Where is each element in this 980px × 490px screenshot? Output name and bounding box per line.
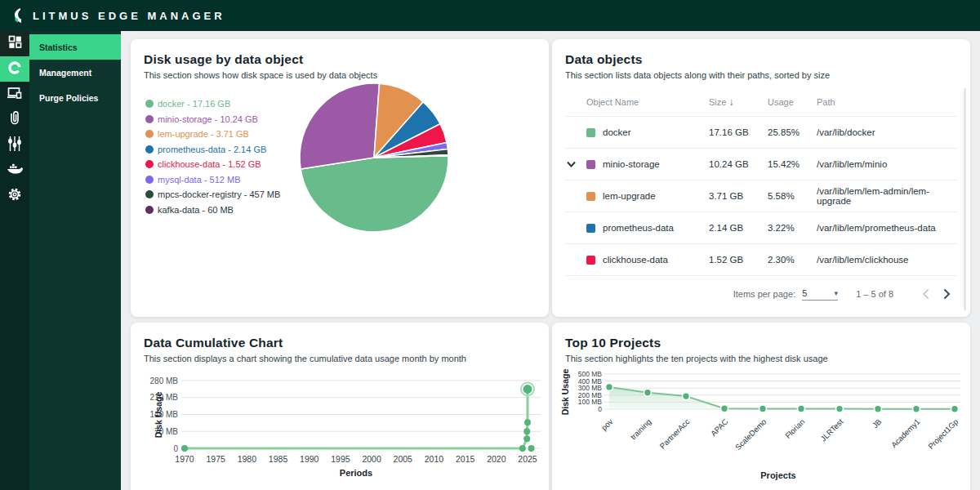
legend-item[interactable]: prometheus-data - 2.14 GB (145, 142, 280, 158)
legend-label: mysql-data - 512 MB (158, 175, 240, 185)
table-row[interactable]: docker17.16 GB25.85%/var/lib/docker (565, 116, 957, 148)
x-tick-label: 2025 (518, 454, 537, 464)
legend-item[interactable]: mysql-data - 512 MB (145, 172, 280, 188)
column-object-name[interactable]: Object Name (586, 97, 709, 107)
sidebar-menu: Statistics Management Purge Policies (29, 31, 121, 490)
table-scrollbar[interactable] (964, 88, 966, 310)
column-size[interactable]: Size↓ (709, 96, 768, 108)
next-page-button[interactable] (936, 283, 957, 305)
rail-item-controls[interactable] (0, 132, 29, 158)
series-line[interactable] (609, 387, 955, 409)
data-point[interactable] (528, 445, 535, 452)
paperclip-icon (9, 110, 20, 129)
x-category-label: ScaleDemo (733, 417, 768, 452)
x-category-label: JLRTest (818, 416, 844, 443)
cell-path: /var/lib/docker (817, 127, 957, 137)
x-tick-label: 1995 (331, 454, 350, 464)
table-row[interactable]: clickhouse-data1.52 GB2.30%/var/lib/lem/… (565, 243, 957, 275)
object-color-swatch (586, 192, 595, 201)
sort-desc-icon: ↓ (728, 96, 733, 108)
card-disk-usage: Disk usage by data object This section s… (131, 39, 549, 317)
x-tick-label: 1985 (269, 454, 288, 464)
x-tick-label: 2000 (362, 454, 381, 464)
data-point[interactable] (721, 405, 728, 412)
rail-item-attachments[interactable] (0, 107, 29, 132)
data-point[interactable] (798, 405, 805, 412)
table-row[interactable]: lem-upgrade3.71 GB5.58%/var/lib/lem/lem-… (565, 180, 957, 212)
series-area (609, 387, 955, 409)
column-path[interactable]: Path (817, 97, 957, 107)
data-objects-subtitle: This section lists data objects along wi… (565, 70, 957, 80)
legend-item[interactable]: minio-storage - 10.24 GB (145, 112, 280, 127)
data-point[interactable] (523, 428, 530, 434)
x-tick-label: 1970 (175, 454, 194, 464)
legend-label: docker - 17.16 GB (158, 99, 230, 109)
table-row[interactable]: minio-storage10.24 GB15.42%/var/lib/lem/… (565, 148, 957, 180)
data-point[interactable] (523, 385, 532, 394)
y-tick-label: 70 MB (154, 427, 178, 436)
legend-dot-icon (145, 130, 154, 138)
pie-slice[interactable] (301, 156, 448, 232)
content-area: Disk usage by data object This section s… (121, 31, 980, 490)
y-tick-label: 500 MB (578, 370, 603, 378)
cell-path: /var/lib/lem/lem-admin/lem-upgrade (817, 186, 957, 206)
object-color-swatch (586, 160, 595, 169)
legend-item[interactable]: clickhouse-data - 1.52 GB (145, 157, 280, 172)
cell-usage: 15.42% (768, 159, 817, 169)
cell-size: 3.71 GB (709, 191, 768, 201)
rail-item-devices[interactable] (0, 82, 29, 107)
prev-page-button[interactable] (915, 283, 936, 305)
cell-size: 10.24 GB (709, 159, 768, 169)
legend-dot-icon (145, 145, 154, 154)
rail-item-management[interactable] (0, 56, 29, 82)
cell-path: /var/lib/lem/minio (817, 159, 957, 169)
object-name: prometheus-data (603, 223, 674, 233)
pie-chart[interactable] (294, 78, 454, 238)
legend-item[interactable]: mpcs-docker-registry - 457 MB (145, 187, 280, 203)
data-point[interactable] (913, 405, 920, 412)
x-tick-label: 2010 (425, 454, 444, 464)
legend-item[interactable]: kafka-data - 60 MB (145, 203, 280, 218)
x-axis-label: Projects (760, 470, 795, 480)
legend-label: lem-upgrade - 3.71 GB (158, 129, 249, 139)
cell-object-name: lem-upgrade (586, 191, 709, 201)
data-point[interactable] (523, 435, 530, 442)
sidebar-item-management[interactable]: Management (29, 60, 121, 85)
column-usage[interactable]: Usage (768, 97, 817, 107)
pie-slice[interactable] (300, 83, 380, 169)
legend-item[interactable]: docker - 17.16 GB (145, 96, 280, 112)
items-per-page-label: Items per page: (733, 289, 795, 299)
page-size-select[interactable]: 5 ▾ (802, 288, 838, 301)
rail-item-settings[interactable] (0, 183, 29, 208)
app-logo-icon[interactable] (11, 7, 26, 24)
data-point[interactable] (524, 419, 531, 425)
sidebar-item-statistics[interactable]: Statistics (29, 34, 121, 60)
x-category-label: pov (599, 416, 615, 432)
legend-dot-icon (145, 100, 154, 108)
rail-item-dashboard[interactable] (0, 31, 29, 56)
table-row[interactable]: prometheus-data2.14 GB3.22%/var/lib/lem/… (565, 212, 957, 243)
data-point[interactable] (644, 389, 652, 396)
data-point[interactable] (181, 445, 188, 452)
data-point[interactable] (836, 405, 844, 412)
cell-object-name: docker (586, 127, 709, 137)
rail-item-docker[interactable] (0, 158, 29, 183)
x-category-label: Project1Gp (926, 417, 960, 451)
data-point[interactable] (683, 393, 690, 400)
y-tick-label: 400 MB (578, 377, 603, 385)
data-objects-title: Data objects (565, 52, 957, 67)
data-point[interactable] (519, 445, 526, 452)
series-line[interactable] (185, 389, 528, 448)
cell-usage: 3.22% (768, 223, 817, 233)
data-point[interactable] (606, 383, 613, 390)
caret-down-icon: ▾ (835, 289, 839, 297)
card-top-projects: Top 10 Projects This section highlights … (552, 323, 970, 490)
sidebar-item-purge-policies[interactable]: Purge Policies (29, 85, 121, 110)
y-tick-label: 0 (173, 444, 178, 453)
data-point[interactable] (875, 405, 882, 412)
legend-item[interactable]: lem-upgrade - 3.71 GB (145, 127, 280, 142)
data-point[interactable] (951, 405, 959, 412)
row-expand-icon[interactable] (565, 161, 586, 167)
data-point[interactable] (760, 405, 767, 412)
cell-size: 1.52 GB (709, 255, 768, 265)
